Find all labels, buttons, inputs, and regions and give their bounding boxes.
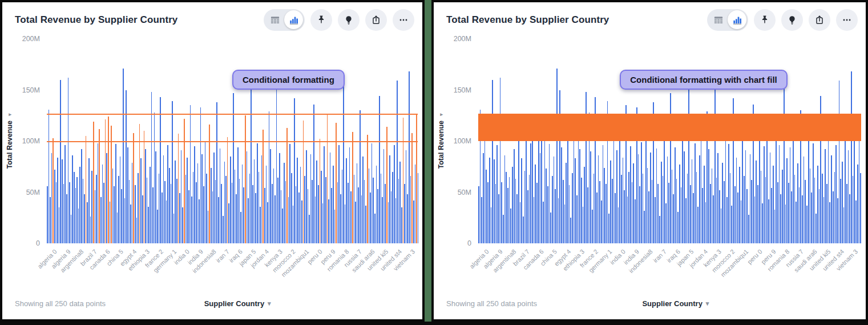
bar[interactable] bbox=[851, 71, 852, 243]
bar[interactable] bbox=[273, 168, 274, 243]
bar[interactable] bbox=[676, 179, 677, 243]
bar[interactable] bbox=[618, 207, 619, 243]
bar[interactable] bbox=[584, 167, 585, 243]
bar[interactable] bbox=[407, 194, 408, 243]
bar[interactable] bbox=[788, 183, 789, 243]
bar[interactable] bbox=[406, 150, 407, 243]
bar[interactable] bbox=[135, 185, 136, 243]
bar[interactable] bbox=[530, 143, 531, 243]
bar[interactable] bbox=[550, 212, 551, 243]
bar[interactable] bbox=[196, 182, 197, 243]
bar[interactable] bbox=[91, 171, 92, 243]
bar[interactable] bbox=[501, 182, 502, 243]
bar[interactable] bbox=[510, 208, 511, 243]
bar[interactable] bbox=[361, 195, 362, 243]
bar[interactable] bbox=[644, 211, 645, 243]
bar[interactable] bbox=[409, 71, 410, 243]
bar[interactable] bbox=[350, 191, 352, 243]
bar[interactable] bbox=[536, 183, 538, 243]
bar[interactable] bbox=[118, 176, 119, 243]
bar[interactable] bbox=[367, 135, 368, 243]
bar[interactable] bbox=[301, 200, 302, 243]
bar[interactable] bbox=[726, 197, 728, 243]
bar[interactable] bbox=[833, 191, 834, 243]
bar[interactable] bbox=[645, 125, 647, 243]
bar[interactable] bbox=[810, 168, 811, 243]
bar[interactable] bbox=[771, 188, 772, 243]
bar[interactable] bbox=[327, 114, 328, 243]
bar[interactable] bbox=[705, 202, 706, 243]
bar[interactable] bbox=[823, 197, 825, 243]
bar[interactable] bbox=[688, 88, 689, 243]
bar[interactable] bbox=[737, 192, 738, 244]
bar[interactable] bbox=[796, 202, 797, 243]
bar[interactable] bbox=[638, 154, 639, 243]
bar[interactable] bbox=[826, 184, 827, 243]
bar[interactable] bbox=[668, 183, 669, 243]
bar[interactable] bbox=[802, 195, 803, 243]
bar[interactable] bbox=[233, 93, 234, 243]
bar[interactable] bbox=[114, 186, 115, 243]
bar[interactable] bbox=[333, 166, 334, 243]
bar[interactable] bbox=[171, 184, 172, 243]
bar[interactable] bbox=[328, 199, 329, 243]
bar[interactable] bbox=[49, 110, 50, 243]
bar[interactable] bbox=[770, 153, 771, 243]
bar[interactable] bbox=[60, 80, 61, 243]
bar[interactable] bbox=[583, 207, 584, 243]
bar[interactable] bbox=[679, 164, 680, 243]
bar[interactable] bbox=[675, 147, 676, 243]
bar[interactable] bbox=[338, 145, 340, 243]
bar[interactable] bbox=[274, 195, 276, 243]
bar[interactable] bbox=[496, 145, 498, 243]
axis-expand-icon[interactable]: ▾ bbox=[438, 113, 444, 116]
bar[interactable] bbox=[710, 184, 711, 243]
bar[interactable] bbox=[544, 126, 546, 243]
bar[interactable] bbox=[175, 161, 176, 243]
bar[interactable] bbox=[382, 197, 383, 243]
bar[interactable] bbox=[230, 157, 231, 243]
bar[interactable] bbox=[684, 151, 685, 243]
bar[interactable] bbox=[176, 179, 177, 243]
bar[interactable] bbox=[556, 69, 558, 243]
bar[interactable] bbox=[785, 204, 786, 243]
bar[interactable] bbox=[259, 172, 260, 243]
bar[interactable] bbox=[355, 202, 356, 243]
bar[interactable] bbox=[702, 188, 703, 243]
pin-button[interactable] bbox=[754, 9, 776, 31]
bar[interactable] bbox=[373, 178, 374, 243]
bar[interactable] bbox=[325, 177, 326, 243]
bar[interactable] bbox=[348, 183, 349, 243]
bar[interactable] bbox=[357, 163, 358, 243]
bar[interactable] bbox=[558, 198, 559, 243]
bar[interactable] bbox=[697, 207, 699, 243]
bar[interactable] bbox=[664, 137, 665, 243]
bar[interactable] bbox=[621, 175, 622, 243]
bar[interactable] bbox=[154, 113, 155, 243]
bar[interactable] bbox=[133, 133, 134, 243]
bar[interactable] bbox=[136, 218, 138, 243]
bar[interactable] bbox=[129, 180, 130, 243]
bar[interactable] bbox=[62, 159, 63, 243]
bar[interactable] bbox=[117, 212, 118, 243]
bar[interactable] bbox=[576, 195, 578, 243]
bar[interactable] bbox=[352, 132, 353, 243]
bar[interactable] bbox=[98, 143, 99, 243]
bar[interactable] bbox=[613, 134, 615, 243]
bar[interactable] bbox=[677, 212, 679, 243]
bar[interactable] bbox=[381, 174, 382, 243]
bar[interactable] bbox=[529, 175, 530, 243]
bar[interactable] bbox=[64, 145, 66, 243]
bar[interactable] bbox=[121, 189, 122, 243]
bar[interactable] bbox=[213, 153, 215, 243]
bar[interactable] bbox=[289, 144, 290, 243]
bar[interactable] bbox=[764, 146, 765, 243]
bar[interactable] bbox=[267, 202, 268, 243]
bar[interactable] bbox=[734, 186, 736, 243]
bar[interactable] bbox=[797, 163, 798, 243]
bar[interactable] bbox=[719, 190, 720, 243]
bar[interactable] bbox=[138, 173, 139, 244]
x-axis-field-dropdown[interactable]: Supplier Country ▾ bbox=[642, 299, 709, 308]
bar[interactable] bbox=[391, 191, 392, 243]
bar[interactable] bbox=[284, 163, 285, 243]
